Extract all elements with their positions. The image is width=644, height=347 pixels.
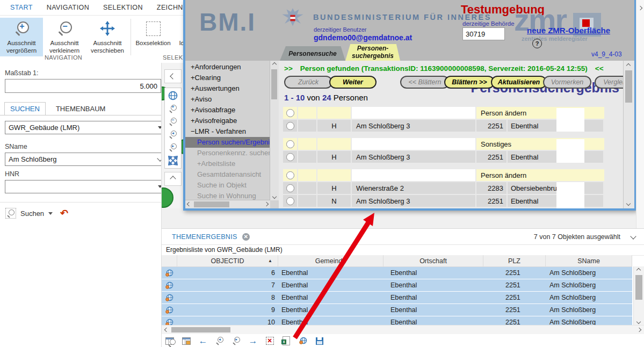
table-row[interactable]: 7EbenthalEbenthal2251Am Schloßberg	[162, 279, 632, 292]
zmr-menu-item[interactable]: Personenkennz. suchen	[185, 148, 270, 158]
search-button[interactable]: Suchen	[20, 209, 44, 218]
zmr-menu-item[interactable]: Person suchen/Ergebnis	[185, 137, 270, 148]
table-row[interactable]: 9EbenthalEbenthal2251Am Schloßberg	[162, 304, 632, 316]
cell	[317, 138, 351, 150]
application-window: STARTNAVIGATIONSELEKTIONZEICHNENAUSGABE …	[0, 0, 644, 347]
close-icon[interactable]: ✕	[242, 233, 250, 241]
radio-button[interactable]	[286, 153, 294, 161]
column-header-ortschaft[interactable]: Ortschaft	[383, 255, 483, 266]
cell-objectid: 6	[177, 267, 277, 279]
globe-icon[interactable]	[168, 91, 178, 100]
zmr-menu-item[interactable]: Suche in Objekt	[185, 180, 270, 191]
cell	[298, 169, 316, 181]
collapse-up-icon	[170, 176, 176, 182]
save-icon[interactable]	[315, 336, 324, 346]
column-header-objectid[interactable]: OBJECTID▲	[177, 255, 278, 266]
street-cell: Wienerstraße 2	[352, 182, 475, 194]
pan-left-icon[interactable]: ←	[198, 336, 208, 346]
zmr-button-weiter[interactable]: Weiter	[329, 76, 377, 89]
menu-vertical-scrollbar[interactable]	[270, 61, 279, 200]
cell-gemeinde: Ebenthal	[277, 279, 382, 291]
zmr-menu-item[interactable]: −LMR - Verfahren	[185, 126, 270, 137]
collapse-panel-chevron-icon[interactable]	[630, 233, 636, 239]
zmr-button-zurck[interactable]: Zurück	[284, 76, 332, 89]
undo-icon[interactable]: ↶	[60, 208, 68, 218]
radio-cell	[283, 169, 297, 181]
full-extent-icon[interactable]	[168, 156, 178, 165]
globe-selection-icon[interactable]	[298, 336, 308, 346]
current-user-value: gdndemo00@gemdatnoe.at	[314, 33, 412, 42]
zoom-next-icon[interactable]: ▸	[231, 336, 241, 346]
zmr-button-vormerken[interactable]: Vormerken	[543, 76, 591, 89]
zoom-in-button[interactable]: + Ausschnitt vergrößern	[0, 18, 43, 56]
zmr-menu-item[interactable]: +Arbeitsliste	[185, 158, 270, 169]
column-header-plz[interactable]: PLZ	[483, 255, 546, 266]
scale-input[interactable]: 5.000	[5, 79, 161, 93]
ribbon-tab-selektion[interactable]: SELEKTION	[96, 4, 150, 11]
radio-button[interactable]	[286, 184, 294, 192]
result-table: OBJECTID▲GemeindeOrtschaftPLZSName 6Eben…	[162, 255, 632, 329]
table-search-icon[interactable]	[165, 336, 175, 346]
zmr-menu-item[interactable]: +Clearing	[185, 73, 270, 83]
zmr-menu-item[interactable]: Gesamtdatenansicht	[185, 169, 270, 180]
radio-button[interactable]	[286, 171, 294, 179]
zoom-next-icon[interactable]: ▸	[169, 143, 178, 152]
zoom-previous-icon[interactable]: ◂	[169, 130, 178, 139]
box-selection-button[interactable]: Boxselektion	[133, 18, 173, 56]
tab-personensuchergebnis[interactable]: Personen-suchergebnis	[345, 44, 400, 61]
ribbon-tab-start[interactable]: START	[3, 4, 40, 11]
zmr-button-blttern[interactable]: << Blättern	[400, 76, 450, 89]
tab-themenbaum[interactable]: THEMENBAUM	[50, 102, 111, 115]
zmr-button-aktualisieren[interactable]: Aktualisieren	[491, 76, 547, 89]
help-icon[interactable]: ?	[532, 39, 542, 48]
ribbon-tab-navigation[interactable]: NAVIGATION	[40, 4, 96, 11]
cell-objectid: 7	[177, 279, 277, 291]
zmr-menu-item[interactable]: +Anforderungen	[185, 62, 270, 73]
pan-button[interactable]: Ausschnitt verschieben	[86, 18, 129, 56]
zoom-in-icon[interactable]: +	[169, 104, 178, 113]
table-row[interactable]: 6EbenthalEbenthal2251Am Schloßberg	[162, 267, 632, 279]
sname-select[interactable]: Am Schloßberg	[5, 153, 167, 166]
layer-select[interactable]: GWR_Gebäude (LMR)	[5, 121, 167, 134]
tab-suchen[interactable]: SUCHEN	[4, 102, 46, 115]
zmr-menu-item[interactable]: +Auswertungen	[185, 83, 270, 94]
menu-horizontal-scrollbar[interactable]	[185, 200, 270, 208]
hnr-select[interactable]	[5, 180, 167, 193]
content-vertical-scrollbar[interactable]	[623, 61, 634, 208]
zmr-button-blttern[interactable]: Blättern >>	[444, 76, 495, 89]
zmr-menu-item[interactable]: +Avisofreigabe	[185, 115, 270, 126]
table-row[interactable]: 8EbenthalEbenthal2251Am Schloßberg	[162, 292, 632, 304]
collapse-toolbar-button[interactable]	[164, 172, 182, 186]
zoom-out-icon[interactable]: −	[169, 117, 178, 126]
pan-right-icon[interactable]: →	[248, 336, 258, 346]
excel-export-icon[interactable]: X	[281, 336, 291, 346]
radio-button[interactable]	[286, 197, 294, 205]
new-zmr-ui-link[interactable]: neue ZMR-Oberfläche	[527, 26, 610, 35]
tab-personensuche[interactable]: Personensuche	[280, 46, 345, 61]
clear-selection-icon[interactable]: ✕	[265, 336, 274, 346]
column-header-gemeinde[interactable]: Gemeinde	[278, 255, 383, 266]
zmr-menu-item[interactable]: +Aviso	[185, 94, 270, 105]
move-icon	[99, 19, 115, 38]
table-horizontal-scrollbar[interactable]	[162, 325, 644, 334]
zmr-menu-item[interactable]: +Avisoabfrage	[185, 105, 270, 115]
search-options-caret-icon[interactable]	[48, 212, 53, 215]
code-cell: H	[317, 151, 351, 163]
ribbon-group-label-navigation: NAVIGATION	[45, 54, 82, 61]
column-header-sname[interactable]: SName	[546, 255, 632, 266]
tab-themenergebnis[interactable]: THEMENERGEBNIS	[172, 233, 237, 241]
expand-right-panel-button[interactable]	[636, 4, 644, 12]
collapse-panel-button[interactable]	[164, 69, 182, 83]
map-edge-strip: + − ◂ ▸	[162, 63, 183, 228]
zoom-to-selection-icon[interactable]	[182, 336, 191, 346]
zmr-menu-item[interactable]: Suche in Wohnung	[185, 191, 270, 200]
zoom-out-button[interactable]: − Ausschnitt verkleinern	[43, 18, 86, 56]
radio-button[interactable]	[286, 122, 294, 130]
radio-button[interactable]	[286, 109, 294, 117]
person-action-row: Person ändern	[283, 169, 605, 181]
authority-input[interactable]: 30719	[462, 27, 505, 40]
zoom-previous-icon[interactable]: ◂	[215, 336, 225, 346]
radio-button[interactable]	[286, 140, 294, 148]
cell-plz: 2251	[481, 304, 543, 316]
table-vertical-scrollbar[interactable]	[633, 266, 644, 326]
